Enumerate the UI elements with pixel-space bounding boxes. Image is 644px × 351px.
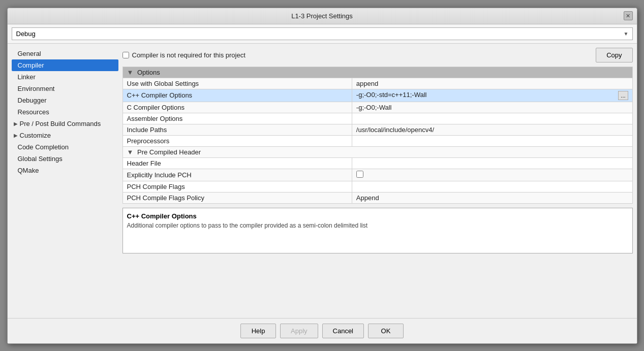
options-row-0-val[interactable]: append — [352, 78, 632, 89]
table-row[interactable]: Assembler Options — [122, 113, 632, 124]
table-row[interactable]: C Compiler Options -g;-O0;-Wall — [122, 102, 632, 113]
table-row-selected[interactable]: C++ Compiler Options -g;-O0;-std=c++11;-… — [122, 89, 632, 102]
options-row-5-val[interactable] — [352, 135, 632, 146]
compiler-required-checkbox[interactable] — [122, 52, 129, 58]
project-settings-dialog: L1-3 Project Settings ✕ Debug Release Ge… — [7, 8, 637, 344]
sidebar-item-code-completion[interactable]: Code Completion — [12, 141, 118, 153]
options-row-2-key: C Compiler Options — [122, 102, 352, 113]
help-button[interactable]: Help — [240, 324, 276, 338]
content-area: Compiler is not required for this projec… — [122, 48, 633, 314]
pch-row-1-val[interactable] — [352, 169, 632, 181]
cancel-button[interactable]: Cancel — [322, 324, 364, 338]
sidebar-item-pre-post[interactable]: ▶ Pre / Post Build Commands — [12, 118, 118, 130]
table-row[interactable]: Explicitly Include PCH — [122, 169, 632, 181]
sidebar-label-general: General — [18, 50, 41, 57]
copy-button[interactable]: Copy — [596, 48, 632, 62]
sidebar-item-linker[interactable]: Linker — [12, 71, 118, 83]
dialog-title: L1-3 Project Settings — [291, 12, 353, 20]
sidebar-label-code-completion: Code Completion — [18, 143, 69, 151]
sidebar-label-debugger: Debugger — [18, 97, 47, 104]
sidebar-label-qmake: QMake — [18, 167, 39, 174]
options-row-3-key: Assembler Options — [122, 113, 352, 124]
sidebar-label-environment: Environment — [18, 85, 55, 92]
sidebar-item-environment[interactable]: Environment — [12, 83, 118, 94]
config-dropdown[interactable]: Debug Release — [12, 27, 633, 40]
table-row[interactable]: Preprocessors — [122, 135, 632, 146]
pch-row-1-key: Explicitly Include PCH — [122, 169, 352, 181]
options-section-label: Options — [137, 69, 160, 76]
pch-row-3-val[interactable]: Append — [352, 192, 632, 203]
description-title: C++ Compiler Options — [127, 212, 628, 220]
precompiled-arrow-icon: ▼ — [127, 148, 134, 156]
options-section-arrow: ▼ — [127, 69, 134, 76]
options-row-4-key: Include Paths — [122, 124, 352, 135]
sidebar-item-general[interactable]: General — [12, 48, 118, 59]
table-row[interactable]: Header File — [122, 157, 632, 169]
options-row-1-val[interactable]: -g;-O0;-std=c++11;-Wall ... — [352, 89, 632, 102]
table-row[interactable]: PCH Compile Flags Policy Append — [122, 192, 632, 203]
pre-post-arrow-icon: ▶ — [14, 121, 18, 126]
options-row-1-val-text: -g;-O0;-std=c++11;-Wall — [356, 91, 427, 99]
pch-row-2-key: PCH Compile Flags — [122, 181, 352, 192]
pch-row-3-key: PCH Compile Flags Policy — [122, 192, 352, 203]
options-section-header: ▼ Options — [122, 67, 632, 78]
sidebar-label-compiler: Compiler — [18, 61, 44, 69]
options-row-0-key: Use with Global Settings — [122, 78, 352, 89]
bottom-bar: Help Apply Cancel OK — [8, 318, 637, 343]
table-row[interactable]: Use with Global Settings append — [122, 78, 632, 89]
pch-row-0-key: Header File — [122, 157, 352, 169]
explicitly-include-pch-checkbox[interactable] — [356, 171, 363, 178]
sidebar-label-linker: Linker — [18, 73, 36, 81]
customize-arrow-icon: ▶ — [14, 133, 18, 138]
top-bar: Compiler is not required for this projec… — [122, 48, 633, 62]
options-row-2-val[interactable]: -g;-O0;-Wall — [352, 102, 632, 113]
sidebar-label-global-settings: Global Settings — [18, 155, 63, 163]
options-row-3-val[interactable] — [352, 113, 632, 124]
table-row[interactable]: PCH Compile Flags — [122, 181, 632, 192]
options-row-5-key: Preprocessors — [122, 135, 352, 146]
sidebar: General Compiler Linker Environment Debu… — [12, 48, 118, 314]
precompiled-section-header: ▼ Pre Compiled Header — [122, 146, 632, 157]
title-bar: L1-3 Project Settings ✕ — [8, 8, 637, 24]
sidebar-item-compiler[interactable]: Compiler — [12, 59, 118, 71]
sidebar-item-resources[interactable]: Resources — [12, 106, 118, 118]
sidebar-item-customize[interactable]: ▶ Customize — [12, 130, 118, 141]
table-row[interactable]: Include Paths /usr/local/include/opencv4… — [122, 124, 632, 135]
description-text: Additional compiler options to pass to t… — [127, 222, 628, 229]
ok-button[interactable]: OK — [368, 324, 404, 338]
toolbar: Debug Release — [8, 24, 637, 44]
sidebar-item-global-settings[interactable]: Global Settings — [12, 153, 118, 165]
compiler-required-label[interactable]: Compiler is not required for this projec… — [122, 51, 246, 59]
settings-table: ▼ Options Use with Global Settings appen… — [122, 67, 633, 204]
sidebar-label-customize: Customize — [20, 132, 51, 139]
sidebar-label-pre-post: Pre / Post Build Commands — [20, 120, 101, 127]
compiler-required-text: Compiler is not required for this projec… — [132, 51, 246, 59]
options-row-4-val[interactable]: /usr/local/include/opencv4/ — [352, 124, 632, 135]
close-button[interactable]: ✕ — [624, 11, 633, 20]
description-box: C++ Compiler Options Additional compiler… — [122, 208, 633, 253]
sidebar-item-debugger[interactable]: Debugger — [12, 94, 118, 106]
config-select-wrap: Debug Release — [12, 27, 633, 40]
ellipsis-button[interactable]: ... — [618, 91, 628, 100]
apply-button[interactable]: Apply — [280, 324, 318, 338]
precompiled-section-label: Pre Compiled Header — [137, 148, 201, 156]
main-content: General Compiler Linker Environment Debu… — [8, 44, 637, 318]
pch-row-0-val[interactable] — [352, 157, 632, 169]
sidebar-label-resources: Resources — [18, 108, 49, 116]
options-row-1-key: C++ Compiler Options — [122, 89, 352, 102]
pch-row-2-val[interactable] — [352, 181, 632, 192]
sidebar-item-qmake[interactable]: QMake — [12, 165, 118, 176]
